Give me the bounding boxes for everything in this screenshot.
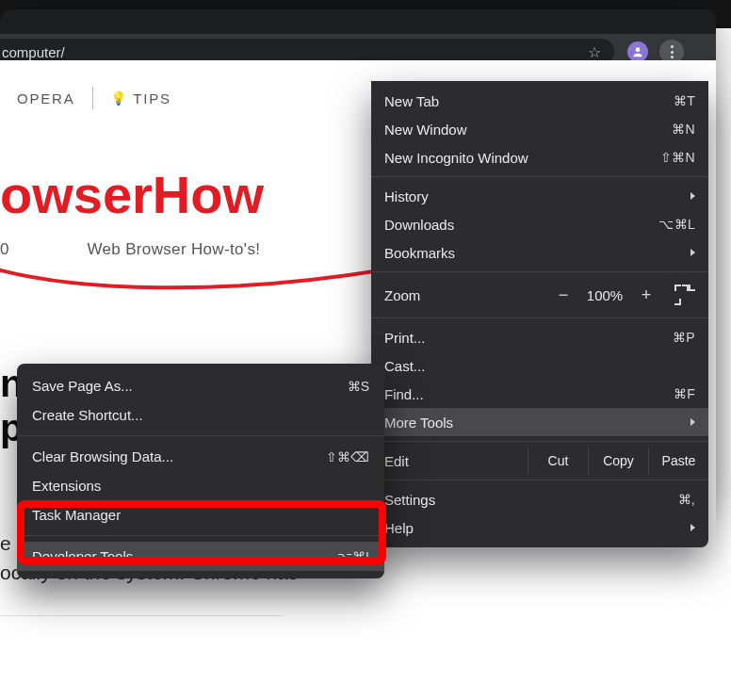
chevron-right-icon [690, 418, 695, 426]
menu-help-label: Help [384, 520, 414, 536]
menu-zoom-label: Zoom [384, 287, 420, 303]
menu-help[interactable]: Help [371, 513, 708, 542]
menu-print-label: Print... [384, 330, 425, 346]
hero-sub-text: Web Browser How-to's! [87, 240, 260, 258]
menu-downloads-accel: ⌥⌘L [658, 217, 695, 232]
menu-new-tab[interactable]: New Tab ⌘T [371, 87, 708, 115]
menu-new-window[interactable]: New Window ⌘N [371, 115, 708, 143]
article-divider [0, 615, 283, 616]
menu-history-label: History [384, 188, 429, 204]
menu-new-tab-label: New Tab [384, 93, 439, 109]
menu-separator [371, 317, 708, 318]
menu-separator [371, 176, 708, 177]
submenu-extensions-label: Extensions [32, 478, 101, 494]
edit-cut-button[interactable]: Cut [528, 447, 588, 475]
menu-new-incognito-label: New Incognito Window [384, 150, 528, 166]
edit-buttons: Cut Copy Paste [528, 447, 708, 475]
menu-new-window-accel: ⌘N [672, 122, 695, 137]
bookmark-star-icon[interactable]: ☆ [588, 43, 601, 61]
menu-settings-label: Settings [384, 492, 435, 508]
submenu-clear-data-label: Clear Browsing Data... [32, 448, 173, 464]
zoom-controls: − 100% + [548, 283, 695, 307]
vertical-dots-icon [671, 45, 674, 58]
hero-underline [0, 264, 386, 301]
submenu-save-page-accel: ⌘S [348, 379, 369, 394]
menu-settings[interactable]: Settings ⌘, [371, 485, 708, 513]
more-tools-submenu: Save Page As... ⌘S Create Shortcut... Cl… [17, 364, 384, 578]
menu-edit-label: Edit [384, 453, 409, 469]
edit-paste-button[interactable]: Paste [648, 447, 708, 475]
nav-opera-label: OPERA [17, 90, 75, 106]
menu-find[interactable]: Find... ⌘F [371, 380, 708, 408]
menu-separator [371, 441, 708, 442]
menu-downloads-label: Downloads [384, 217, 454, 233]
menu-history[interactable]: History [371, 182, 708, 210]
submenu-task-manager[interactable]: Task Manager [17, 500, 384, 529]
menu-print-accel: ⌘P [673, 330, 695, 345]
fullscreen-icon[interactable] [674, 285, 695, 305]
lightbulb-icon: 💡 [110, 90, 128, 106]
submenu-save-page-label: Save Page As... [32, 378, 133, 394]
submenu-create-shortcut-label: Create Shortcut... [32, 407, 143, 423]
submenu-save-page[interactable]: Save Page As... ⌘S [17, 371, 384, 400]
menu-separator [17, 435, 384, 436]
nav-opera[interactable]: OPERA [0, 90, 92, 106]
edit-copy-button[interactable]: Copy [588, 447, 648, 475]
submenu-create-shortcut[interactable]: Create Shortcut... [17, 400, 384, 430]
submenu-task-manager-label: Task Manager [32, 507, 121, 523]
submenu-clear-data[interactable]: Clear Browsing Data... ⇧⌘⌫ [17, 442, 384, 471]
menu-separator [17, 535, 384, 536]
chevron-right-icon [690, 249, 695, 256]
menu-find-accel: ⌘F [674, 386, 695, 401]
profile-avatar[interactable] [627, 41, 648, 62]
menu-zoom: Zoom − 100% + [371, 277, 708, 313]
menu-find-label: Find... [384, 386, 424, 402]
submenu-clear-data-accel: ⇧⌘⌫ [326, 449, 369, 464]
submenu-extensions[interactable]: Extensions [17, 471, 384, 500]
menu-new-tab-accel: ⌘T [674, 93, 695, 108]
submenu-developer-tools-accel: ⌥⌘I [337, 549, 369, 564]
chevron-right-icon [690, 524, 695, 531]
zoom-in-button[interactable]: + [631, 283, 661, 307]
zoom-out-button[interactable]: − [548, 283, 578, 307]
submenu-developer-tools[interactable]: Developer Tools ⌥⌘I [17, 542, 384, 571]
menu-separator [371, 480, 708, 480]
menu-new-incognito-accel: ⇧⌘N [660, 150, 695, 165]
menu-cast-label: Cast... [384, 358, 425, 374]
menu-bookmarks-label: Bookmarks [384, 245, 455, 261]
menu-more-tools-label: More Tools [384, 415, 453, 431]
menu-new-window-label: New Window [384, 122, 467, 138]
menu-new-incognito[interactable]: New Incognito Window ⇧⌘N [371, 143, 708, 171]
menu-print[interactable]: Print... ⌘P [371, 323, 708, 351]
nav-tips[interactable]: 💡 TIPS [93, 90, 188, 106]
menu-settings-accel: ⌘, [678, 492, 695, 507]
menu-bookmarks[interactable]: Bookmarks [371, 238, 708, 267]
menu-more-tools[interactable]: More Tools [371, 408, 708, 436]
chevron-right-icon [690, 192, 695, 200]
url-text: computer/ [2, 44, 65, 60]
chrome-main-menu: New Tab ⌘T New Window ⌘N New Incognito W… [371, 81, 708, 547]
menu-edit: Edit Cut Copy Paste [371, 447, 708, 475]
svg-point-0 [636, 47, 641, 52]
menu-downloads[interactable]: Downloads ⌥⌘L [371, 210, 708, 238]
menu-separator [371, 271, 708, 272]
hero-sub-prefix: 0 [0, 240, 9, 258]
menu-cast[interactable]: Cast... [371, 351, 708, 380]
zoom-percentage: 100% [578, 287, 631, 303]
nav-tips-label: TIPS [133, 90, 171, 106]
submenu-developer-tools-label: Developer Tools [32, 548, 133, 564]
